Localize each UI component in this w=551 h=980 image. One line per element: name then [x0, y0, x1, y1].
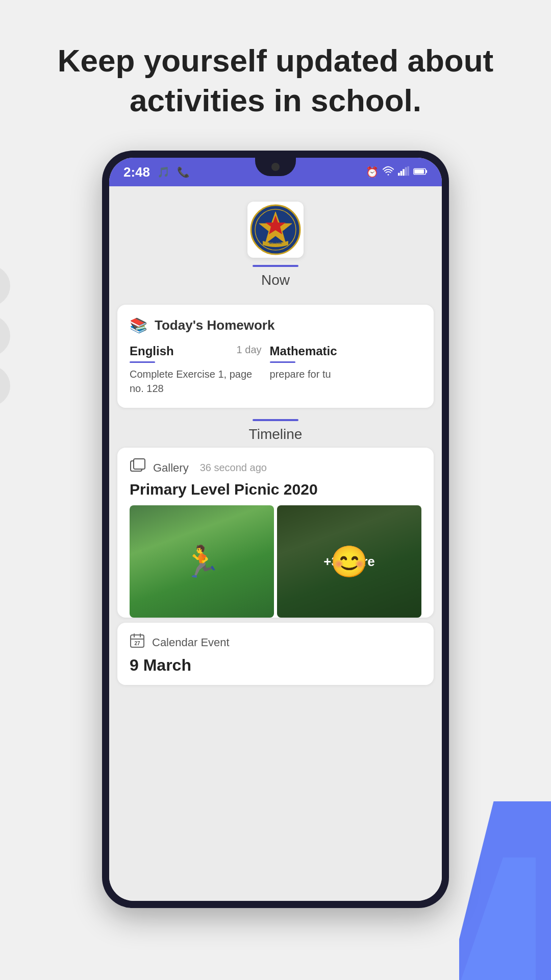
english-underline: [130, 361, 155, 363]
gallery-images-grid: +3 more: [130, 505, 421, 618]
app-content: SCHOOL Now 📚 Today's Homework: [109, 186, 442, 901]
gallery-image-1[interactable]: [130, 505, 274, 618]
phone-screen: 2:48 🎵 📞 ⏰: [109, 158, 442, 901]
timeline-tab: Timeline: [109, 419, 442, 443]
homework-subjects-list: English 1 day Complete Exercise 1, page …: [130, 344, 421, 396]
calendar-icon: 27: [130, 633, 145, 652]
status-time: 2:48: [123, 164, 150, 180]
event-type-label: Calendar Event: [152, 636, 230, 649]
camera-notch: [255, 158, 296, 176]
front-camera: [271, 163, 280, 171]
svg-rect-5: [407, 166, 409, 175]
gallery-icon: [130, 458, 146, 478]
app-header: SCHOOL Now: [109, 186, 442, 299]
school-logo: SCHOOL: [247, 202, 304, 258]
timeline-section: Timeline Gallery: [109, 414, 442, 695]
hero-title: Keep yourself updated about activities i…: [0, 0, 551, 140]
now-tab-indicator: Now: [253, 265, 298, 288]
subject-math[interactable]: Mathematic prepare for tu: [270, 344, 410, 396]
event-card-header: 27 Calendar Event: [130, 633, 421, 652]
svg-rect-7: [425, 170, 427, 173]
svg-text:27: 27: [134, 641, 140, 646]
signal-icon: [398, 166, 409, 179]
homework-card: 📚 Today's Homework English 1 day Complet…: [117, 305, 434, 408]
timeline-label: Timeline: [249, 426, 303, 443]
status-bar: 2:48 🎵 📞 ⏰: [109, 158, 442, 186]
gallery-header: Gallery 36 second ago: [130, 458, 421, 478]
svg-rect-2: [400, 171, 403, 176]
event-date: 9 March: [130, 656, 421, 675]
svg-text:SCHOOL: SCHOOL: [269, 241, 282, 244]
more-images-overlay[interactable]: +3 more: [277, 505, 421, 618]
svg-rect-8: [414, 169, 424, 173]
status-left: 2:48 🎵 📞: [123, 164, 190, 180]
svg-rect-16: [134, 459, 144, 469]
timeline-underline: [253, 419, 298, 421]
svg-point-0: [388, 174, 389, 175]
wifi-icon: [383, 166, 394, 179]
gallery-type-label: Gallery: [153, 461, 189, 475]
gallery-time: 36 second ago: [200, 462, 267, 474]
english-header-row: English 1 day: [130, 344, 262, 361]
tab-underline: [253, 265, 298, 267]
svg-rect-4: [405, 167, 407, 176]
english-subject-name: English: [130, 344, 174, 358]
spotify-icon: 🎵: [157, 166, 170, 178]
whatsapp-icon: 📞: [177, 166, 190, 178]
now-tab-label: Now: [261, 272, 290, 288]
subject-english[interactable]: English 1 day Complete Exercise 1, page …: [130, 344, 270, 396]
gallery-card[interactable]: Gallery 36 second ago Primary Level Picn…: [117, 448, 434, 618]
gallery-post-title: Primary Level Picnic 2020: [130, 481, 421, 498]
math-header-row: Mathematic: [270, 344, 410, 361]
status-right: ⏰: [366, 166, 428, 179]
math-description: prepare for tu: [270, 367, 410, 381]
english-description: Complete Exercise 1, page no. 128: [130, 367, 262, 396]
math-subject-name: Mathematic: [270, 344, 337, 358]
svg-rect-1: [398, 173, 400, 176]
calendar-event-card[interactable]: 27 Calendar Event 9 March: [117, 623, 434, 685]
alarm-icon: ⏰: [366, 166, 379, 178]
svg-rect-3: [403, 169, 405, 176]
english-duration: 1 day: [237, 344, 262, 356]
homework-card-header: 📚 Today's Homework: [130, 317, 421, 334]
phone-frame: 2:48 🎵 📞 ⏰: [102, 151, 449, 908]
battery-icon: [413, 166, 428, 178]
homework-icon: 📚: [130, 317, 147, 334]
gallery-image-2[interactable]: +3 more: [277, 505, 421, 618]
phone-mockup: 2:48 🎵 📞 ⏰: [0, 151, 551, 908]
more-count: +3 more: [323, 554, 374, 570]
homework-card-title: Today's Homework: [155, 317, 274, 333]
math-underline: [270, 361, 295, 363]
